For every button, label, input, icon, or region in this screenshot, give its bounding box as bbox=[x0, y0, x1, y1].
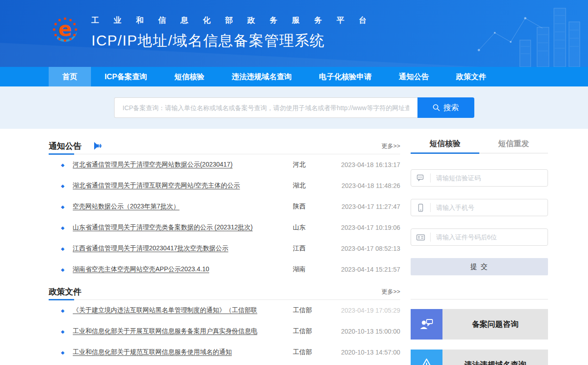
search-button-label: 搜索 bbox=[443, 102, 459, 113]
notice-title-link[interactable]: 湖南省空壳主体空壳网站空壳APP公示2023.4.10 bbox=[73, 265, 293, 274]
policy-date: 2020-10-13 15:00:00 bbox=[333, 328, 400, 335]
notice-row[interactable]: 山东省通信管理局关于清理空壳类备案数据的公示 (202312批次) 山东 202… bbox=[49, 217, 400, 238]
notice-title-link[interactable]: 山东省通信管理局关于清理空壳类备案数据的公示 (202312批次) bbox=[73, 223, 293, 232]
policy-title-link[interactable]: 工业和信息化部关于开展互联网信息服务备案用户真实身份信息电 bbox=[73, 327, 293, 335]
sms-tab[interactable]: 短信重发 bbox=[479, 137, 548, 153]
diamond-bullet-icon bbox=[61, 267, 65, 272]
policy-title-link[interactable]: 《关于建立境内违法互联网站黑名单管理制度的通知》（工信部联 bbox=[73, 306, 293, 314]
sms-code-icon bbox=[411, 174, 430, 182]
right-column: 短信核验 短信重发 bbox=[411, 129, 548, 365]
search-strip: 搜索 bbox=[0, 86, 588, 129]
policies-title-underline bbox=[49, 299, 74, 300]
page-title: ICP/IP地址/域名信息备案管理系统 bbox=[91, 31, 381, 51]
phone-icon bbox=[411, 203, 430, 212]
consult-banner-label: 备案问题咨询 bbox=[442, 309, 548, 340]
policy-title-link[interactable]: 工业和信息化部关于规范互联网信息服务使用域名的通知 bbox=[73, 348, 293, 356]
notice-row[interactable]: 河北省通信管理局关于清理空壳网站数据公示(20230417) 河北 2023-0… bbox=[49, 154, 400, 175]
platform-subtitle: 工业和信息化部政务服务平台 bbox=[91, 15, 381, 25]
nav-item[interactable]: 首页 bbox=[49, 67, 91, 86]
notice-region: 河北 bbox=[293, 161, 333, 169]
nav-item[interactable]: 政策文件 bbox=[442, 67, 500, 86]
right-column-divider bbox=[411, 299, 548, 299]
sms-code-input[interactable] bbox=[431, 174, 548, 182]
magnifier-icon bbox=[432, 104, 440, 112]
diamond-bullet-icon bbox=[61, 183, 65, 188]
svg-text:e: e bbox=[58, 17, 72, 41]
notice-row[interactable]: 湖南省空壳主体空壳网站空壳APP公示2023.4.10 湖南 2023-04-1… bbox=[49, 259, 400, 280]
nav-item[interactable]: 短信核验 bbox=[161, 67, 218, 86]
notice-title-link[interactable]: 河北省通信管理局关于清理空壳网站数据公示(20230417) bbox=[73, 161, 293, 169]
notice-row[interactable]: 空壳网站数据公示（2023年第7批次） 陕西 2023-04-17 11:27:… bbox=[49, 196, 400, 217]
id-number-field-wrap bbox=[411, 228, 548, 246]
policy-date: 2020-10-13 14:57:00 bbox=[333, 349, 400, 356]
diamond-bullet-icon bbox=[61, 350, 65, 355]
policies-more-link[interactable]: 更多>> bbox=[382, 288, 400, 296]
submit-button[interactable]: 提 交 bbox=[411, 258, 548, 275]
notice-region: 江西 bbox=[293, 244, 333, 253]
diamond-bullet-icon bbox=[61, 246, 65, 251]
policies-list: 《关于建立境内违法互联网站黑名单管理制度的通知》（工信部联 工信部 2023-0… bbox=[49, 300, 400, 363]
diamond-bullet-icon bbox=[61, 162, 65, 167]
report-banner[interactable]: 违法违规域名查询 bbox=[411, 350, 548, 365]
policies-section-header: 政策文件 更多>> bbox=[49, 284, 400, 300]
warning-triangle-icon bbox=[411, 350, 442, 365]
nav-item[interactable]: 通知公告 bbox=[385, 67, 442, 86]
notices-section-header: 通知公告 更多>> bbox=[49, 138, 400, 154]
sms-code-field-wrap bbox=[411, 169, 548, 187]
notices-title-underline bbox=[49, 153, 74, 155]
person-chat-icon bbox=[411, 309, 442, 340]
policy-date: 2023-04-19 17:05:29 bbox=[333, 307, 400, 314]
diamond-bullet-icon bbox=[61, 308, 65, 313]
notice-row[interactable]: 湖北省通信管理局关于清理互联网空壳网站/空壳主体的公示 湖北 2023-04-1… bbox=[49, 175, 400, 196]
policy-row[interactable]: 《关于建立境内违法互联网站黑名单管理制度的通知》（工信部联 工信部 2023-0… bbox=[49, 300, 400, 321]
diamond-bullet-icon bbox=[61, 225, 65, 230]
notice-date: 2023-04-17 10:19:06 bbox=[333, 224, 400, 231]
site-header: e 工业和信息化部政务服务平台 ICP/IP地址/域名信息备案管理系统 bbox=[0, 0, 588, 67]
notice-date: 2023-04-18 16:13:17 bbox=[333, 161, 400, 168]
nav-item[interactable]: ICP备案查询 bbox=[91, 67, 161, 86]
notices-title: 通知公告 bbox=[49, 141, 81, 152]
notice-date: 2023-04-14 15:21:57 bbox=[333, 266, 400, 273]
sms-tabs: 短信核验 短信重发 bbox=[411, 137, 548, 153]
icp-filing-homepage: e 工业和信息化部政务服务平台 ICP/IP地址/域名信息备案管理系统 首页 I… bbox=[0, 0, 588, 365]
id-number-input[interactable] bbox=[431, 233, 548, 241]
notice-region: 湖北 bbox=[293, 182, 333, 190]
notice-date: 2023-04-18 11:48:26 bbox=[333, 182, 400, 189]
notices-list: 河北省通信管理局关于清理空壳网站数据公示(20230417) 河北 2023-0… bbox=[49, 154, 400, 280]
left-column: 通知公告 更多>> 河北省通信管理局关于清理空壳网站数据公示(202304 bbox=[49, 129, 400, 365]
id-card-icon bbox=[411, 233, 430, 241]
notice-title-link[interactable]: 江西省通信管理局关于清理20230417批次空壳数据公示 bbox=[73, 244, 293, 253]
phone-field-wrap bbox=[411, 199, 548, 216]
notices-more-link[interactable]: 更多>> bbox=[382, 142, 400, 150]
search-button[interactable]: 搜索 bbox=[417, 97, 474, 118]
sms-tab[interactable]: 短信核验 bbox=[411, 137, 479, 153]
notice-title-link[interactable]: 湖北省通信管理局关于清理互联网空壳网站/空壳主体的公示 bbox=[73, 182, 293, 190]
notice-region: 湖南 bbox=[293, 265, 333, 274]
notice-date: 2023-04-17 08:52:13 bbox=[333, 245, 400, 252]
miit-gear-logo: e bbox=[51, 16, 79, 43]
phone-input[interactable] bbox=[431, 204, 548, 211]
consult-banner[interactable]: 备案问题咨询 bbox=[411, 309, 548, 340]
report-banner-label: 违法违规域名查询 bbox=[442, 350, 548, 365]
policies-title: 政策文件 bbox=[49, 286, 81, 297]
nav-item[interactable]: 电子化核验申请 bbox=[306, 67, 386, 86]
speaker-icon bbox=[93, 142, 103, 150]
notice-title-link[interactable]: 空壳网站数据公示（2023年第7批次） bbox=[73, 203, 293, 211]
diamond-bullet-icon bbox=[61, 204, 65, 209]
policy-row[interactable]: 工业和信息化部关于规范互联网信息服务使用域名的通知 工信部 2020-10-13… bbox=[49, 342, 400, 363]
notice-region: 山东 bbox=[293, 223, 333, 232]
notice-region: 陕西 bbox=[293, 203, 333, 211]
policy-source: 工信部 bbox=[293, 306, 333, 314]
policy-source: 工信部 bbox=[293, 348, 333, 356]
nav-item[interactable]: 违法违规域名查询 bbox=[218, 67, 306, 86]
notice-date: 2023-04-17 11:27:47 bbox=[333, 203, 400, 210]
main-nav: 首页 ICP备案查询 短信核验 违法违规域名查询 电子化核验申请 通知公告 政策… bbox=[0, 67, 588, 86]
policy-source: 工信部 bbox=[293, 327, 333, 335]
diamond-bullet-icon bbox=[61, 329, 65, 334]
policy-row[interactable]: 工业和信息化部关于开展互联网信息服务备案用户真实身份信息电 工信部 2020-1… bbox=[49, 321, 400, 342]
icp-search-input[interactable] bbox=[114, 97, 417, 118]
notice-row[interactable]: 江西省通信管理局关于清理20230417批次空壳数据公示 江西 2023-04-… bbox=[49, 238, 400, 259]
